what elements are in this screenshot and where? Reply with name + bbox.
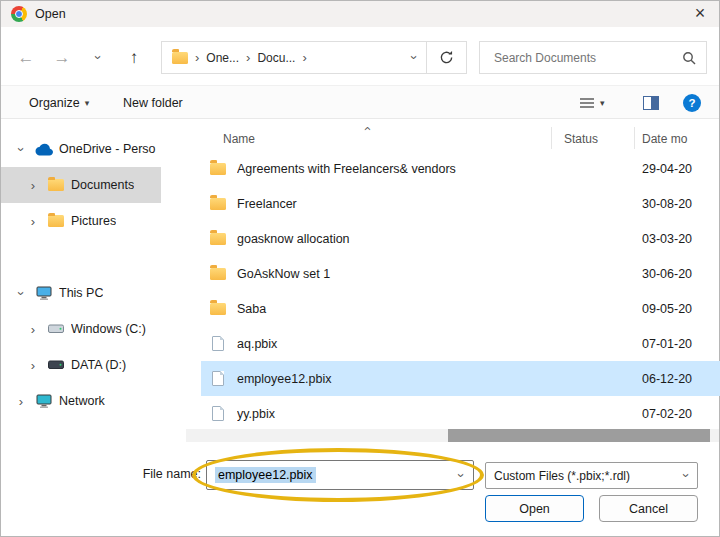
sidebar-item-data-d[interactable]: › DATA (D:) [1, 347, 161, 383]
file-row[interactable]: Agreements with Freelancers& vendors 29-… [201, 151, 720, 186]
file-name-value[interactable]: employee12.pbix [215, 467, 316, 483]
sidebar-item-windows-c[interactable]: › Windows (C:) [1, 311, 161, 347]
file-date: 29-04-20 [642, 162, 720, 176]
chevron-right-icon: › [302, 50, 306, 65]
list-view-icon [579, 96, 595, 110]
organize-button[interactable]: Organize ▾ [29, 86, 89, 120]
column-header-status[interactable]: Status [564, 132, 598, 146]
sidebar-item-label: Network [59, 394, 105, 408]
back-button[interactable]: ← [11, 41, 41, 74]
file-row-selected[interactable]: employee12.pbix 06-12-20 [201, 361, 720, 396]
folder-icon [210, 198, 226, 210]
folder-icon [48, 179, 64, 191]
title-bar: Open × [1, 1, 719, 27]
breadcrumb-segment[interactable]: Docu... [257, 51, 295, 65]
command-bar: Organize ▾ New folder ▾ ? [1, 85, 719, 119]
search-input[interactable] [480, 42, 706, 73]
column-header-name[interactable]: Name [223, 132, 255, 146]
file-date: 07-02-20 [642, 407, 720, 421]
monitor-icon [34, 286, 54, 300]
file-row[interactable]: Freelancer 30-08-20 [201, 186, 720, 221]
file-name: GoAskNow set 1 [237, 267, 587, 281]
file-name-label: File name: [119, 467, 201, 481]
cancel-button[interactable]: Cancel [599, 495, 698, 522]
sidebar-item-this-pc[interactable]: › This PC [1, 275, 161, 311]
file-name: employee12.pbix [237, 372, 587, 386]
breadcrumb-segment[interactable]: One... [206, 51, 239, 65]
recent-locations-button[interactable]: › [83, 41, 113, 74]
column-header-date[interactable]: Date mo [642, 132, 687, 146]
file-date: 07-01-20 [642, 337, 720, 351]
onedrive-cloud-icon [34, 143, 54, 156]
chrome-icon [11, 6, 27, 22]
column-divider[interactable] [634, 127, 635, 149]
chevron-down-icon: › [14, 291, 29, 295]
file-date: 06-12-20 [642, 372, 720, 386]
folder-icon [210, 163, 226, 175]
file-type-value: Custom Files (*.pbix;*.rdl) [494, 469, 630, 483]
chevron-right-icon: › [31, 358, 35, 373]
chevron-down-icon[interactable]: › [675, 468, 697, 483]
file-name: Freelancer [237, 197, 587, 211]
chevron-right-icon: › [19, 394, 23, 409]
address-dropdown-icon[interactable]: › [406, 55, 421, 59]
chevron-right-icon: › [246, 50, 250, 65]
sidebar-item-label: This PC [59, 286, 103, 300]
help-icon: ? [683, 94, 701, 112]
sidebar-item-label: Pictures [71, 214, 116, 228]
file-row[interactable]: goasknow allocation 03-03-20 [201, 221, 720, 256]
drive-icon [46, 360, 66, 370]
chevron-down-icon[interactable]: › [449, 468, 473, 483]
scrollbar-thumb[interactable] [448, 429, 710, 442]
folder-icon [210, 233, 226, 245]
preview-pane-button[interactable] [643, 86, 659, 120]
breadcrumb[interactable]: › One... › Docu... › › [161, 41, 427, 74]
file-date: 30-08-20 [642, 197, 720, 211]
help-button[interactable]: ? [683, 86, 701, 120]
sidebar-item-onedrive[interactable]: › OneDrive - Perso [1, 131, 161, 167]
file-name: Agreements with Freelancers& vendors [237, 162, 587, 176]
file-row[interactable]: yy.pbix 07-02-20 [201, 396, 720, 431]
sidebar-item-label: DATA (D:) [71, 358, 126, 372]
sidebar-item-pictures[interactable]: › Pictures [1, 203, 161, 239]
chevron-right-icon: › [31, 214, 35, 229]
file-row[interactable]: aq.pbix 07-01-20 [201, 326, 720, 361]
search-icon [682, 51, 696, 65]
sidebar-item-network[interactable]: › Network [1, 383, 161, 419]
horizontal-scrollbar[interactable] [186, 429, 719, 442]
refresh-button[interactable] [427, 41, 467, 74]
up-button[interactable]: ↑ [119, 41, 149, 74]
file-icon [212, 336, 224, 351]
chevron-down-icon: › [91, 55, 106, 59]
chevron-right-icon: › [31, 178, 35, 193]
file-icon [212, 406, 224, 421]
sidebar-item-documents[interactable]: › Documents [1, 167, 161, 203]
open-button[interactable]: Open [485, 495, 584, 522]
search-box [479, 41, 707, 74]
preview-pane-icon [643, 96, 659, 110]
list-header: › Name Status Date mo [186, 125, 719, 151]
file-name-combobox[interactable]: employee12.pbix › [206, 460, 474, 490]
file-list: Agreements with Freelancers& vendors 29-… [201, 151, 720, 431]
file-row[interactable]: GoAskNow set 1 30-06-20 [201, 256, 720, 291]
folder-icon [48, 215, 64, 227]
file-date: 03-03-20 [642, 232, 720, 246]
close-icon[interactable]: × [687, 1, 713, 27]
forward-button[interactable]: → [47, 41, 77, 74]
sidebar-item-label: OneDrive - Perso [59, 142, 156, 156]
caret-down-icon: ▾ [85, 98, 90, 108]
new-folder-button[interactable]: New folder [123, 86, 183, 120]
file-date: 09-05-20 [642, 302, 720, 316]
file-date: 30-06-20 [642, 267, 720, 281]
drive-icon [46, 324, 66, 334]
refresh-icon [439, 50, 454, 65]
file-row[interactable]: Saba 09-05-20 [201, 291, 720, 326]
column-divider[interactable] [551, 127, 552, 149]
chevron-down-icon: › [14, 147, 29, 151]
view-options-button[interactable]: ▾ [579, 86, 605, 120]
caret-down-icon: ▾ [600, 98, 605, 108]
network-icon [34, 394, 54, 408]
file-type-combobox[interactable]: Custom Files (*.pbix;*.rdl) › [485, 462, 698, 489]
file-name: aq.pbix [237, 337, 587, 351]
organize-label: Organize [29, 96, 80, 110]
